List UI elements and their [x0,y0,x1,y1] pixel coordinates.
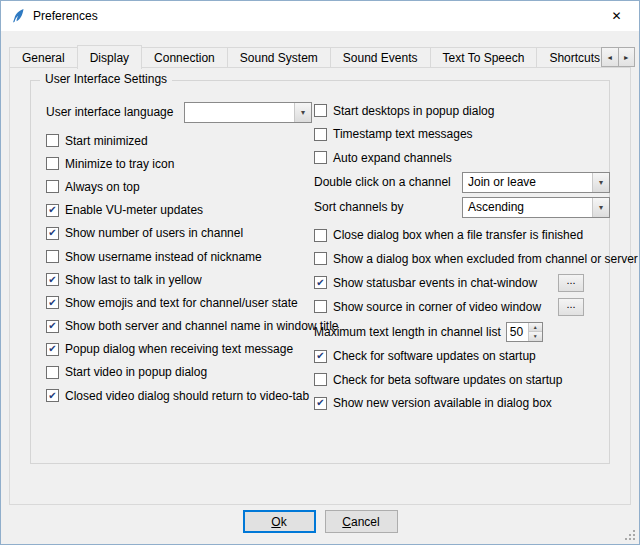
checkbox[interactable]: ✔ [46,273,59,286]
arrow-left-icon: ◄ [606,54,613,61]
title-bar: Preferences ✕ [1,1,639,31]
checkbox-row-beta-updates[interactable]: Check for beta software updates on start… [314,368,610,392]
statusbar-events-more-button[interactable]: ... [558,274,584,292]
checkbox[interactable] [314,151,327,164]
checkbox-row-start-minimized[interactable]: Start minimized [46,129,312,152]
tab-connection[interactable]: Connection [141,47,228,67]
checkbox[interactable]: ✔ [46,227,59,240]
left-column: User interface language ▾ Start minimize… [46,99,312,407]
checkbox-row-auto-expand[interactable]: Auto expand channels [314,146,610,170]
checkbox[interactable] [314,104,327,117]
checkbox[interactable] [314,128,327,141]
close-button[interactable]: ✕ [594,1,639,31]
ok-button[interactable]: Ok [243,510,316,533]
checkmark-icon: ✔ [316,351,324,361]
checkbox-row-show-user-count[interactable]: ✔ Show number of users in channel [46,222,312,245]
chevron-down-icon: ▾ [592,198,609,217]
checkbox[interactable] [46,250,59,263]
tab-scroll-control: ◄ ► [601,47,635,67]
max-text-length-spinner[interactable]: 50 ▲ ▼ [506,322,543,342]
checkbox[interactable] [46,366,59,379]
video-source-more-button[interactable]: ... [558,298,584,316]
checkbox[interactable]: ✔ [46,389,59,402]
checkmark-icon: ✔ [48,321,56,331]
checkbox[interactable]: ✔ [46,343,59,356]
sort-channels-label: Sort channels by [314,200,462,214]
checkbox-row-close-on-transfer[interactable]: Close dialog box when a file transfer is… [314,224,610,248]
user-interface-settings-group: User Interface Settings User interface l… [30,80,610,464]
checkmark-icon: ✔ [316,278,324,288]
tab-general[interactable]: General [9,47,78,67]
checkmark-icon: ✔ [48,344,56,354]
checkbox-row-video-popup[interactable]: Start video in popup dialog [46,361,312,384]
checkbox[interactable]: ✔ [314,276,327,289]
checkbox-row-last-talk-yellow[interactable]: ✔ Show last to talk in yellow [46,268,312,291]
tab-sound-system[interactable]: Sound System [227,47,331,67]
checkbox-row-vu-meter[interactable]: ✔ Enable VU-meter updates [46,199,312,222]
chevron-down-icon: ▾ [294,103,311,122]
language-row: User interface language ▾ [46,99,312,125]
checkbox-row-always-on-top[interactable]: Always on top [46,175,312,198]
checkbox[interactable] [46,134,59,147]
checkbox-row-check-updates[interactable]: ✔ Check for software updates on startup [314,345,610,369]
checkbox[interactable]: ✔ [314,397,327,410]
checkmark-icon: ✔ [48,205,56,215]
language-label: User interface language [46,105,184,119]
sort-channels-row: Sort channels by Ascending ▾ [314,195,610,220]
checkbox[interactable] [314,252,327,265]
checkbox-row-desktops-popup[interactable]: Start desktops in popup dialog [314,99,610,123]
double-click-select[interactable]: Join or leave ▾ [462,172,610,193]
checkbox-row-minimize-tray[interactable]: Minimize to tray icon [46,152,312,175]
checkbox-row-excluded-dialog[interactable]: Show a dialog box when excluded from cha… [314,247,610,271]
tab-scroll-left-button[interactable]: ◄ [601,47,619,67]
group-title: User Interface Settings [40,72,172,86]
resize-grip[interactable] [624,529,636,541]
arrow-right-icon: ► [623,54,630,61]
video-source-row[interactable]: Show source in corner of video window ..… [314,295,610,319]
checkbox[interactable]: ✔ [46,296,59,309]
checkbox-row-video-return-tab[interactable]: ✔ Closed video dialog should return to v… [46,384,312,407]
double-click-row: Double click on a channel Join or leave … [314,170,610,195]
checkbox[interactable] [314,300,327,313]
checkbox-row-timestamp-messages[interactable]: Timestamp text messages [314,123,610,147]
checkbox-row-emojis[interactable]: ✔ Show emojis and text for channel/user … [46,291,312,314]
checkbox[interactable] [46,180,59,193]
checkbox[interactable]: ✔ [46,204,59,217]
checkbox[interactable] [314,229,327,242]
dialog-buttons: Ok Cancel [1,510,639,533]
tab-text-to-speech[interactable]: Text To Speech [430,47,538,67]
tab-display[interactable]: Display [77,45,142,69]
checkbox-row-new-version-dialog[interactable]: ✔ Show new version available in dialog b… [314,392,610,416]
app-logo-icon [10,8,26,24]
cancel-button[interactable]: Cancel [325,510,398,533]
spin-up-icon[interactable]: ▲ [529,323,542,332]
tab-scroll-right-button[interactable]: ► [618,47,636,67]
statusbar-events-row[interactable]: ✔ Show statusbar events in chat-window .… [314,271,610,295]
spin-down-icon[interactable]: ▼ [529,331,542,341]
checkbox[interactable]: ✔ [46,320,59,333]
checkbox[interactable]: ✔ [314,350,327,363]
tab-sound-events[interactable]: Sound Events [330,47,431,67]
sort-channels-select[interactable]: Ascending ▾ [462,197,610,218]
double-click-label: Double click on a channel [314,175,462,189]
max-text-length-label: Maximum text length in channel list [314,325,501,339]
right-column: Start desktops in popup dialog Timestamp… [314,99,610,415]
checkbox-row-window-title[interactable]: ✔ Show both server and channel name in w… [46,315,312,338]
checkbox-row-popup-text-message[interactable]: ✔ Popup dialog when receiving text messa… [46,338,312,361]
checkmark-icon: ✔ [48,228,56,238]
preferences-dialog: Preferences ✕ General Display Connection… [0,0,640,545]
tab-bar: General Display Connection Sound System … [9,43,627,69]
display-tab-page: User Interface Settings User interface l… [9,67,631,505]
chevron-down-icon: ▾ [592,173,609,192]
checkmark-icon: ✔ [48,298,56,308]
close-icon: ✕ [611,9,621,23]
checkmark-icon: ✔ [48,275,56,285]
max-text-length-row: Maximum text length in channel list 50 ▲… [314,319,610,345]
checkbox[interactable] [46,157,59,170]
checkbox-row-username-instead[interactable]: Show username instead of nickname [46,245,312,268]
window-title: Preferences [33,9,98,23]
checkmark-icon: ✔ [48,391,56,401]
checkmark-icon: ✔ [316,398,324,408]
language-select[interactable]: ▾ [184,102,312,123]
checkbox[interactable] [314,373,327,386]
